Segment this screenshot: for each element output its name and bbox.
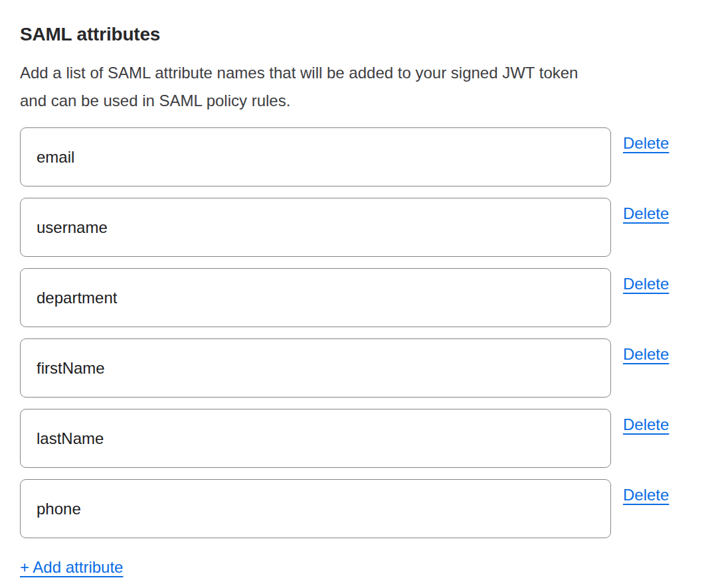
delete-attribute-link[interactable]: Delete xyxy=(623,134,669,153)
attribute-row: Delete xyxy=(20,338,708,398)
delete-attribute-link[interactable]: Delete xyxy=(623,415,669,434)
delete-attribute-link[interactable]: Delete xyxy=(623,275,669,293)
attribute-input[interactable] xyxy=(20,479,611,538)
attribute-row: Delete xyxy=(20,198,708,257)
attribute-input[interactable] xyxy=(20,338,611,398)
page-title: SAML attributes xyxy=(20,24,708,45)
attribute-list: Delete Delete Delete Delete Delete Delet… xyxy=(20,127,708,538)
attribute-input[interactable] xyxy=(20,198,611,257)
attribute-row: Delete xyxy=(20,409,708,468)
section-description-line-2: and can be used in SAML policy rules. xyxy=(20,87,708,115)
attribute-row: Delete xyxy=(20,268,708,327)
section-description-line-1: Add a list of SAML attribute names that … xyxy=(20,59,708,87)
attribute-row: Delete xyxy=(20,127,708,186)
saml-attributes-section: SAML attributes Add a list of SAML attri… xyxy=(0,0,708,577)
attribute-input[interactable] xyxy=(20,268,611,327)
delete-attribute-link[interactable]: Delete xyxy=(623,204,669,223)
section-description: Add a list of SAML attribute names that … xyxy=(20,59,708,115)
attribute-input[interactable] xyxy=(20,409,611,468)
delete-attribute-link[interactable]: Delete xyxy=(623,345,669,364)
delete-attribute-link[interactable]: Delete xyxy=(623,486,669,504)
add-attribute-link[interactable]: + Add attribute xyxy=(20,558,123,577)
attribute-input[interactable] xyxy=(20,127,611,186)
attribute-row: Delete xyxy=(20,479,708,538)
